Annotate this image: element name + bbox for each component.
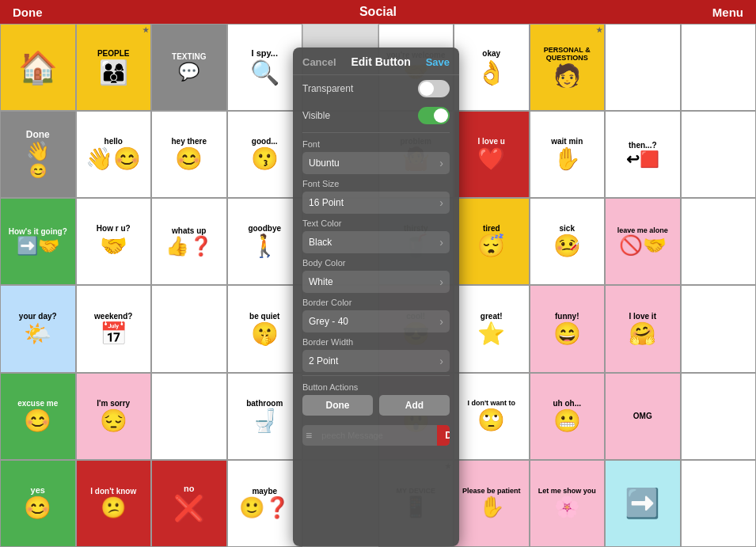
- cell-people[interactable]: PEOPLE 👨‍👩‍👦 ★: [76, 24, 152, 111]
- yes-icon: 😊: [24, 495, 51, 521]
- visible-toggle[interactable]: [418, 107, 450, 124]
- divider2: [302, 375, 450, 376]
- done-action-button[interactable]: Done: [302, 395, 373, 416]
- textcolor-select[interactable]: Black ›: [302, 231, 450, 253]
- cell-personal[interactable]: PERSONAL &QUESTIONS 🧑 ★: [530, 24, 606, 111]
- cell-home[interactable]: 🏠: [0, 24, 76, 111]
- then-label: then...?: [629, 141, 657, 150]
- font-section-label: Font: [293, 136, 459, 150]
- cell-howru[interactable]: How r u? 🤝: [76, 198, 152, 285]
- howru-label: How r u?: [97, 224, 131, 233]
- cell-hello[interactable]: hello 👋😊: [76, 111, 152, 198]
- cell-waitmin[interactable]: wait min ✋: [530, 111, 606, 198]
- cell-tired[interactable]: tired 😴: [454, 198, 530, 285]
- leavemealone-label: leave me alone: [617, 226, 668, 234]
- uhoh-icon: 😬: [553, 408, 581, 434]
- save-button[interactable]: Save: [426, 56, 450, 68]
- cell-omg[interactable]: OMG: [605, 373, 681, 460]
- visible-label: Visible: [302, 110, 330, 121]
- maybe-label: maybe: [252, 487, 277, 496]
- iloveit-label: I love it: [629, 312, 656, 321]
- star-icon: ⭐: [477, 321, 505, 347]
- bordercolor-select[interactable]: Grey - 40 ›: [302, 310, 450, 332]
- cell-good[interactable]: good... 😗: [227, 111, 303, 198]
- cell-bequiet[interactable]: be quiet 🤫: [227, 285, 303, 372]
- idontknow-icon: 😕: [101, 496, 126, 520]
- pleasebep-label: Please be patient: [462, 487, 521, 495]
- idontwan-icon: 🙄: [477, 407, 505, 433]
- hand-icon: ✋: [553, 146, 581, 172]
- iloveu-label: I love u: [478, 137, 505, 146]
- bordercolor-chevron-icon: ›: [439, 315, 443, 328]
- person-icon: 🧑: [553, 63, 581, 89]
- cell-ispy[interactable]: I spy... 🔍: [227, 24, 303, 111]
- good-icon: 😗: [251, 146, 279, 172]
- cell-clear[interactable]: Done 👋 😊: [0, 111, 76, 198]
- bequiet-label: be quiet: [249, 312, 279, 321]
- texting-label: TEXTING: [172, 52, 206, 61]
- cell-funny[interactable]: funny! 😄: [530, 285, 606, 372]
- menu-button[interactable]: Menu: [712, 6, 743, 19]
- textcolor-chevron-icon: ›: [439, 236, 443, 249]
- whatsup-icon: 👍❓: [165, 235, 213, 257]
- sorry-icon: 😔: [100, 408, 127, 434]
- funny-label: funny!: [555, 312, 579, 321]
- yourday-label: your day?: [19, 312, 57, 321]
- cell-imsorry[interactable]: I'm sorry 😔: [76, 373, 152, 460]
- cell-bathroom[interactable]: bathroom 🚽: [227, 373, 303, 460]
- top-bar: Done Social Menu: [0, 0, 756, 24]
- excuseme-icon: 😊: [24, 408, 51, 434]
- done-button[interactable]: Done: [13, 6, 43, 19]
- texting-icon: 💬: [178, 62, 199, 82]
- people-label: PEOPLE: [97, 49, 130, 58]
- bordercolor-section-label: Border Color: [293, 294, 459, 309]
- speech-input[interactable]: [315, 426, 437, 445]
- delete-button[interactable]: Delete: [437, 425, 450, 446]
- goodbye-label: goodbye: [248, 224, 281, 233]
- cell-letmeshow[interactable]: Let me show you 🌸: [530, 460, 606, 547]
- font-value: Ubuntu: [309, 158, 340, 169]
- cell-okay[interactable]: okay 👌: [454, 24, 530, 111]
- cancel-button[interactable]: Cancel: [302, 56, 336, 68]
- borderwidth-select[interactable]: 2 Point ›: [302, 350, 450, 372]
- bodycolor-select[interactable]: White ›: [302, 271, 450, 293]
- cell-idontknow[interactable]: I don't know 😕: [76, 460, 152, 547]
- cell-leavemealone[interactable]: leave me alone 🚫🤝: [605, 198, 681, 285]
- cell-pleasebep[interactable]: Please be patient ✋: [454, 460, 530, 547]
- hello-icon: 👋😊: [85, 146, 141, 172]
- cell-maybe[interactable]: maybe 🙂❓: [227, 460, 303, 547]
- sun-icon: 🌤️: [24, 321, 51, 347]
- cell-no[interactable]: no ❌: [151, 460, 227, 547]
- cell-heythere[interactable]: hey there 😊: [151, 111, 227, 198]
- cell-yourday[interactable]: your day? 🌤️: [0, 285, 76, 372]
- cell-empty-r4c3: [151, 285, 227, 372]
- cell-idontwan[interactable]: I don't want to 🙄: [454, 373, 530, 460]
- cell-howsit[interactable]: How's it going? ➡️🤝: [0, 198, 76, 285]
- good-label: good...: [252, 137, 278, 146]
- fontsize-chevron-icon: ›: [439, 196, 443, 209]
- fontsize-select[interactable]: 16 Point ›: [302, 192, 450, 214]
- cell-goodbye[interactable]: goodbye 🚶: [227, 198, 303, 285]
- maybe-icon: 🙂❓: [239, 496, 290, 520]
- font-select[interactable]: Ubuntu ›: [302, 152, 450, 174]
- cell-weekend[interactable]: weekend? 📅: [76, 285, 152, 372]
- cell-then[interactable]: then...? ↩🟥: [605, 111, 681, 198]
- transparent-toggle[interactable]: [418, 80, 450, 97]
- then-icon: ↩🟥: [626, 150, 659, 169]
- cell-iloveu[interactable]: I love u ❤️: [454, 111, 530, 198]
- cell-great[interactable]: great! ⭐: [454, 285, 530, 372]
- textcolor-section-label: Text Color: [293, 215, 459, 230]
- cell-sick[interactable]: sick 🤒: [530, 198, 606, 285]
- okay-label: okay: [482, 49, 500, 58]
- whatsup-label: whats up: [172, 226, 206, 235]
- cell-yes[interactable]: yes 😊: [0, 460, 76, 547]
- bathroom-label: bathroom: [246, 399, 283, 408]
- toilet-icon: 🚽: [251, 408, 279, 434]
- cell-iloveit[interactable]: I love it 🤗: [605, 285, 681, 372]
- cell-excuseme[interactable]: excuse me 😊: [0, 373, 76, 460]
- cell-texting[interactable]: TEXTING 💬: [151, 24, 227, 111]
- cell-arrow[interactable]: ➡️: [605, 460, 681, 547]
- cell-uhoh[interactable]: uh oh... 😬: [530, 373, 606, 460]
- add-action-button[interactable]: Add: [379, 395, 450, 416]
- cell-whatsup[interactable]: whats up 👍❓: [151, 198, 227, 285]
